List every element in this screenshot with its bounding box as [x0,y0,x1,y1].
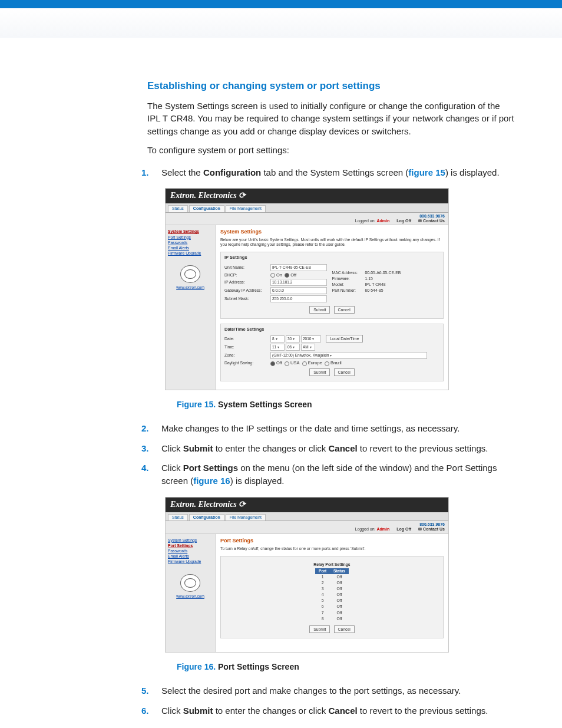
logoff-link[interactable]: Log Off [396,527,411,531]
sidebar-item-system-settings[interactable]: System Settings [168,538,213,543]
sidebar-item-firmware-upgrade[interactable]: Firmware Upgrade [168,559,213,564]
part-value: 60-544-85 [365,288,384,293]
tab-status[interactable]: Status [168,514,188,521]
tab-status[interactable]: Status [168,205,188,212]
screenshot-port-settings: Extron. Electronics ⟳ Status Configurati… [165,497,449,653]
ds-off-radio[interactable]: Off [270,360,282,365]
date-month-select[interactable]: 8 [270,335,285,342]
sidebar-item-passwords[interactable]: Passwords [168,241,213,245]
zone-label: Zone: [224,353,270,358]
heading-establishing: Establishing or changing system or port … [147,79,515,94]
keyword-configuration: Configuration [203,167,261,177]
panel-title: System Settings [220,229,444,235]
logged-user: Admin [377,527,390,531]
mac-value: 00-05-A6-05-CE-EB [365,271,401,275]
port-6-status-select[interactable]: Off [337,604,342,608]
figure-ref-16: figure 16 [193,476,230,486]
local-datetime-button[interactable]: Local Date/Time [326,335,363,342]
phone-number: 800.633.9876 [169,214,445,219]
dt-submit-button[interactable]: Submit [309,368,330,376]
ds-usa-radio[interactable]: USA [285,360,299,365]
zone-select[interactable]: (GMT-12:00) Eniwetok, Kwajalein [270,352,427,359]
keyword-cancel: Cancel [328,443,357,453]
step-6: 6. Click Submit to enter the changes or … [141,701,515,721]
figure-title: System Settings Screen [218,400,312,409]
relay-port-panel: Relay Port Settings PortStatus 1Off 2Off… [220,556,444,638]
subnet-field[interactable]: 255.255.0.0 [270,295,327,302]
dt-cancel-button[interactable]: Cancel [334,368,355,376]
ip-settings-panel: IP Settings Unit Name:IPL-T-CR48-05-CE-E… [220,252,444,319]
port-7-status-select[interactable]: Off [337,611,342,615]
port-4-status-select[interactable]: Off [337,592,342,597]
date-label: Date: [224,337,270,341]
unit-name-field[interactable]: IPL-T-CR48-05-CE-EB [270,264,327,271]
extron-logo-icon [180,574,200,592]
col-port: Port [315,568,330,574]
dhcp-off-radio[interactable]: Off [285,272,296,278]
logged-user: Admin [377,219,390,223]
brand-header: Extron. Electronics ⟳ [166,498,448,512]
port-8-status-select[interactable]: Off [337,617,342,621]
step-1: 1. Select the Configuration tab and the … [141,163,515,183]
table-row: 4Off [315,592,349,598]
logoff-link[interactable]: Log Off [396,219,411,223]
table-row: 3Off [315,586,349,592]
port-cancel-button[interactable]: Cancel [334,625,355,633]
keyword-submit: Submit [183,706,213,716]
table-row: 2Off [315,580,349,586]
port-1-status-select[interactable]: Off [337,575,342,579]
port-submit-button[interactable]: Submit [309,625,330,633]
relay-port-table: PortStatus 1Off 2Off 3Off 4Off 5Off 6Off… [315,568,349,622]
extron-site-link[interactable]: www.extron.com [168,285,213,290]
extron-logo-icon [180,265,200,283]
firmware-label: Firmware: [332,276,365,281]
ds-brazil-radio[interactable]: Brazil [325,360,342,365]
sidebar-item-firmware-upgrade[interactable]: Firmware Upgrade [168,251,213,256]
tab-configuration[interactable]: Configuration [189,205,224,212]
gateway-field[interactable]: 0.0.0.0 [270,287,327,294]
port-3-status-select[interactable]: Off [337,587,342,591]
datetime-heading: Date/Time Settings [224,327,439,332]
top-info-bar: 800.633.9876 Logged on: Admin Log Off ✉ … [166,213,448,226]
ds-europe-radio[interactable]: Europe [302,360,322,365]
main-panel: System Settings Below are your Unit's ba… [216,225,448,389]
sidebar-item-passwords[interactable]: Passwords [168,549,213,554]
date-day-select[interactable]: 30 [286,335,300,342]
extron-site-link[interactable]: www.extron.com [168,594,213,599]
sidebar-item-email-alerts[interactable]: Email Alerts [168,554,213,559]
table-row: 1Off [315,574,349,580]
time-label: Time: [224,345,270,350]
time-minute-select[interactable]: 06 [286,344,300,351]
sidebar-item-system-settings[interactable]: System Settings [168,229,213,234]
model-value: IPL T CR48 [365,282,386,287]
tab-file-management[interactable]: File Management [226,514,266,521]
time-hour-select[interactable]: 11 [270,344,285,351]
step-number: 4. [141,462,149,475]
dhcp-on-radio[interactable]: On [270,272,282,278]
port-5-status-select[interactable]: Off [337,598,342,602]
tab-configuration[interactable]: Configuration [189,514,224,521]
keyword-cancel: Cancel [328,706,357,716]
intro-paragraph-1: The System Settings screen is used to in… [147,100,515,138]
contact-us-link[interactable]: ✉ Contact Us [418,219,445,223]
date-year-select[interactable]: 2010 [301,335,321,342]
logged-on-label: Logged on: Admin [355,527,390,531]
sidebar-item-port-settings[interactable]: Port Settings [168,543,213,548]
ip-submit-button[interactable]: Submit [309,306,330,314]
panel-title: Port Settings [220,538,444,544]
brand-header: Extron. Electronics ⟳ [166,189,448,203]
contact-us-link[interactable]: ✉ Contact Us [418,527,445,531]
ip-address-label: IP Address: [224,280,270,285]
figure-number: Figure 16. [177,662,216,671]
step-3: 3. Click Submit to enter the changes or … [141,439,515,459]
port-2-status-select[interactable]: Off [337,581,342,585]
sidebar-item-port-settings[interactable]: Port Settings [168,235,213,240]
step-number: 2. [141,422,149,435]
time-ampm-select[interactable]: AM [301,344,315,351]
ip-address-field[interactable]: 10.13.181.2 [270,279,327,286]
tab-file-management[interactable]: File Management [226,205,266,212]
panel-description: To turn a Relay on/off, change the statu… [220,546,444,551]
step-text: Select the desired port and make changes… [161,686,461,696]
ip-cancel-button[interactable]: Cancel [334,306,355,314]
sidebar-item-email-alerts[interactable]: Email Alerts [168,246,213,251]
